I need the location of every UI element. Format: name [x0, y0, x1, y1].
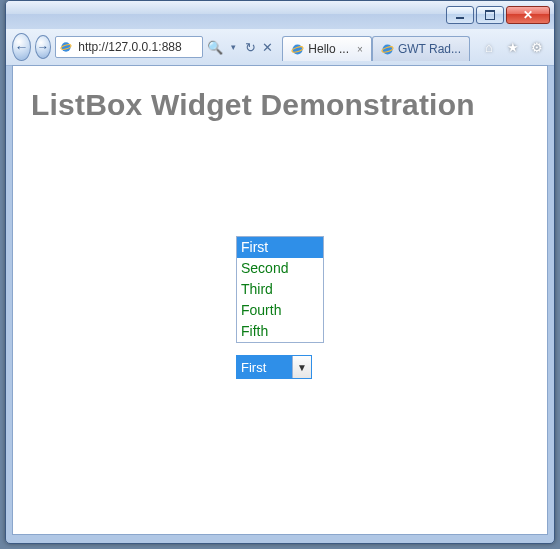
stop-button[interactable]: ✕	[261, 37, 274, 57]
back-icon: ←	[14, 39, 28, 55]
dropdown-history-button[interactable]: ▾	[227, 37, 240, 57]
address-bar[interactable]	[55, 36, 203, 58]
home-button[interactable]: ⌂	[478, 36, 500, 58]
ie-logo-icon	[291, 43, 304, 56]
demo-center: First Second Third Fourth Fifth First ▼	[236, 236, 324, 379]
ie-logo-icon	[60, 40, 72, 54]
page-content: ListBox Widget Demonstration First Secon…	[12, 65, 548, 535]
listbox-option[interactable]: Fifth	[237, 321, 323, 342]
svg-point-4	[382, 44, 392, 54]
listbox-option[interactable]: Second	[237, 258, 323, 279]
dropdown-selected-value: First	[237, 356, 292, 378]
svg-point-0	[62, 42, 71, 51]
maximize-icon	[485, 10, 495, 20]
tab-inactive[interactable]: GWT Rad...	[372, 36, 470, 61]
dropdown-arrow-button[interactable]: ▼	[292, 356, 311, 378]
dropdown-widget[interactable]: First ▼	[236, 355, 312, 379]
window-maximize-button[interactable]	[476, 6, 504, 24]
search-button[interactable]: 🔍	[207, 37, 223, 57]
close-icon: ✕	[523, 9, 533, 21]
listbox-option[interactable]: Fourth	[237, 300, 323, 321]
tab-strip: Hello ... × GWT Rad...	[282, 33, 470, 61]
tab-label: Hello ...	[308, 42, 349, 56]
toolbar-right: ⌂ ★ ⚙	[478, 36, 548, 58]
browser-window: ✕ ← → 🔍 ▾ ↻ ✕ Hello ... × GWT Rad...	[5, 0, 555, 544]
listbox-option[interactable]: First	[237, 237, 323, 258]
ie-logo-icon	[381, 43, 394, 56]
favorites-button[interactable]: ★	[502, 36, 524, 58]
search-icon: 🔍	[207, 40, 223, 55]
window-close-button[interactable]: ✕	[506, 6, 550, 24]
browser-toolbar: ← → 🔍 ▾ ↻ ✕ Hello ... × GWT Rad... ⌂ ★	[6, 29, 554, 66]
tab-label: GWT Rad...	[398, 42, 461, 56]
listbox-widget[interactable]: First Second Third Fourth Fifth	[236, 236, 324, 343]
listbox-option[interactable]: Third	[237, 279, 323, 300]
svg-point-2	[293, 44, 303, 54]
gear-icon: ⚙	[531, 40, 543, 55]
address-input[interactable]	[76, 39, 198, 55]
chevron-down-icon: ▼	[297, 362, 307, 373]
home-icon: ⌂	[485, 40, 493, 55]
tools-button[interactable]: ⚙	[526, 36, 548, 58]
page-title: ListBox Widget Demonstration	[31, 88, 529, 122]
refresh-button[interactable]: ↻	[244, 37, 257, 57]
window-minimize-button[interactable]	[446, 6, 474, 24]
star-icon: ★	[507, 40, 519, 55]
tab-active[interactable]: Hello ... ×	[282, 36, 372, 61]
tab-close-icon[interactable]: ×	[357, 44, 363, 55]
window-titlebar: ✕	[6, 1, 554, 29]
stop-icon: ✕	[262, 40, 273, 55]
minimize-icon	[456, 17, 464, 19]
forward-icon: →	[37, 40, 49, 54]
refresh-icon: ↻	[245, 40, 256, 55]
nav-forward-button[interactable]: →	[35, 35, 51, 59]
nav-back-button[interactable]: ←	[12, 33, 31, 61]
